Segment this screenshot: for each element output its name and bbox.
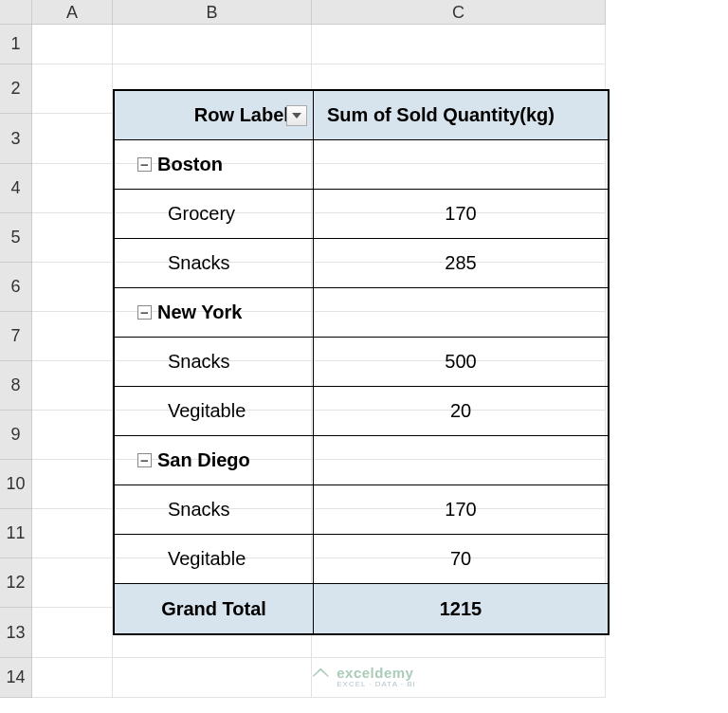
pivot-item-label[interactable]: Vegitable bbox=[115, 387, 314, 436]
pivot-group-value-empty bbox=[314, 288, 608, 338]
pivot-group-new-york[interactable]: −New York bbox=[115, 288, 314, 338]
row-header-4[interactable]: 4 bbox=[0, 164, 32, 213]
pivot-header-sum[interactable]: Sum of Sold Quantity(kg) bbox=[314, 91, 608, 140]
cell[interactable] bbox=[312, 25, 606, 64]
watermark-icon bbox=[312, 668, 329, 686]
cell[interactable] bbox=[113, 658, 312, 698]
cell[interactable] bbox=[113, 25, 312, 64]
cell[interactable] bbox=[32, 263, 113, 312]
pivot-item-value: 500 bbox=[314, 338, 608, 387]
row-header-2[interactable]: 2 bbox=[0, 64, 32, 114]
cell[interactable] bbox=[32, 25, 113, 64]
select-all-corner[interactable] bbox=[0, 0, 32, 25]
cell[interactable] bbox=[32, 64, 113, 114]
cell[interactable] bbox=[32, 164, 113, 213]
chevron-down-icon bbox=[292, 113, 301, 119]
pivot-group-value-empty bbox=[314, 140, 608, 190]
cell[interactable] bbox=[32, 608, 113, 658]
collapse-icon[interactable]: − bbox=[137, 305, 152, 320]
pivot-item-value: 170 bbox=[314, 485, 608, 535]
sum-col-text: Sum of Sold Quantity(kg) bbox=[327, 104, 555, 126]
column-header-A[interactable]: A bbox=[32, 0, 113, 25]
filter-dropdown-button[interactable] bbox=[286, 105, 307, 126]
pivot-grand-total-label: Grand Total bbox=[115, 584, 314, 633]
row-header-8[interactable]: 8 bbox=[0, 361, 32, 411]
group-name: New York bbox=[157, 302, 242, 323]
row-header-1[interactable]: 1 bbox=[0, 25, 32, 64]
row-header-10[interactable]: 10 bbox=[0, 460, 32, 509]
pivot-group-value-empty bbox=[314, 436, 608, 485]
row-header-7[interactable]: 7 bbox=[0, 312, 32, 361]
collapse-icon[interactable]: − bbox=[137, 453, 152, 467]
cell[interactable] bbox=[32, 312, 113, 361]
column-header-C[interactable]: C bbox=[312, 0, 606, 25]
pivot-item-value: 20 bbox=[314, 387, 608, 436]
pivot-item-value: 170 bbox=[314, 190, 608, 239]
pivot-item-label[interactable]: Vegitable bbox=[115, 535, 314, 584]
group-name: San Diego bbox=[157, 449, 250, 471]
row-headers: 1234567891011121314 bbox=[0, 25, 32, 698]
column-headers: ABC bbox=[32, 0, 606, 25]
pivot-item-label[interactable]: Snacks bbox=[115, 338, 314, 387]
pivot-item-label[interactable]: Snacks bbox=[115, 239, 314, 288]
cell[interactable] bbox=[32, 213, 113, 263]
cell[interactable] bbox=[32, 658, 113, 698]
pivot-item-value: 70 bbox=[314, 535, 608, 584]
row-header-14[interactable]: 14 bbox=[0, 658, 32, 698]
pivot-group-boston[interactable]: −Boston bbox=[115, 140, 314, 190]
cell[interactable] bbox=[32, 114, 113, 164]
pivot-table: Row LabelsSum of Sold Quantity(kg)−Bosto… bbox=[113, 89, 610, 635]
cell[interactable] bbox=[32, 411, 113, 460]
cell[interactable] bbox=[32, 460, 113, 509]
row-header-9[interactable]: 9 bbox=[0, 411, 32, 460]
spreadsheet-sheet: ABC 1234567891011121314 Row LabelsSum of… bbox=[0, 0, 728, 713]
watermark: exceldemy EXCEL · DATA · BI bbox=[312, 665, 416, 688]
row-header-13[interactable]: 13 bbox=[0, 608, 32, 658]
row-header-6[interactable]: 6 bbox=[0, 263, 32, 312]
watermark-text: exceldemy EXCEL · DATA · BI bbox=[337, 665, 416, 688]
row-labels-text: Row Labels bbox=[194, 104, 300, 126]
group-name: Boston bbox=[157, 154, 223, 175]
pivot-item-value: 285 bbox=[314, 239, 608, 288]
cell[interactable] bbox=[32, 361, 113, 411]
pivot-group-san-diego[interactable]: −San Diego bbox=[115, 436, 314, 485]
cell[interactable] bbox=[32, 509, 113, 558]
row-header-5[interactable]: 5 bbox=[0, 213, 32, 263]
column-header-B[interactable]: B bbox=[113, 0, 312, 25]
pivot-grand-total-value: 1215 bbox=[314, 584, 608, 633]
collapse-icon[interactable]: − bbox=[137, 157, 152, 172]
row-header-3[interactable]: 3 bbox=[0, 114, 32, 164]
row-header-12[interactable]: 12 bbox=[0, 558, 32, 608]
pivot-item-label[interactable]: Grocery bbox=[115, 190, 314, 239]
cell[interactable] bbox=[32, 558, 113, 608]
row-header-11[interactable]: 11 bbox=[0, 509, 32, 558]
pivot-item-label[interactable]: Snacks bbox=[115, 485, 314, 535]
pivot-header-row-labels[interactable]: Row Labels bbox=[115, 91, 314, 140]
